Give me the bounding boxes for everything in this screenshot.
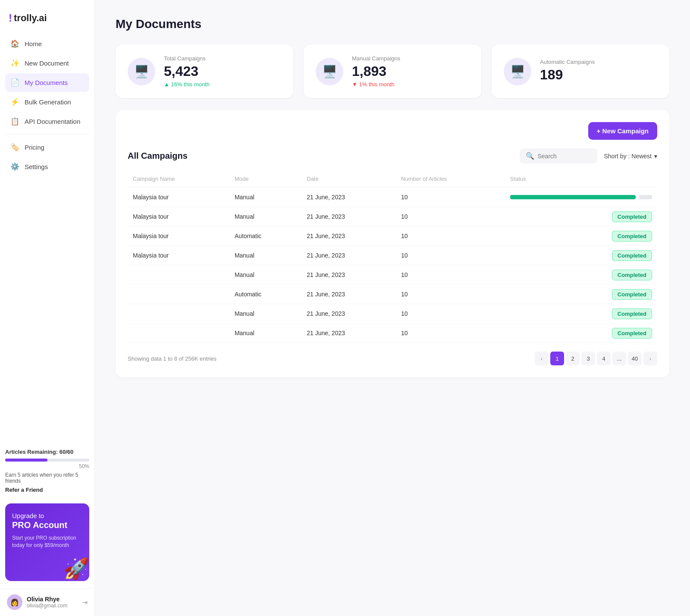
page-button-2[interactable]: 2 (566, 352, 580, 365)
table-row[interactable]: Malaysia tour Manual 21 June, 2023 10 Co… (128, 246, 657, 265)
pagination-row: Showing data 1 to 8 of 256K entries ‹123… (128, 352, 657, 365)
sidebar-item-pricing[interactable]: 🏷️Pricing (5, 138, 89, 157)
bulk-generation-icon: ⚡ (10, 97, 19, 107)
campaign-status: Completed (505, 246, 657, 265)
ellipsis-page[interactable]: ... (612, 352, 626, 365)
stat-change: ▼ 1% this month (352, 81, 400, 88)
sidebar-item-my-documents[interactable]: 📄My Documents (5, 73, 89, 92)
page-button-40[interactable]: 40 (628, 352, 642, 365)
table-row[interactable]: Manual 21 June, 2023 10 Completed (128, 304, 657, 324)
campaign-mode: Automatic (229, 285, 301, 304)
refer-link[interactable]: Refer a Friend (5, 487, 89, 493)
sort-label: Short by : Newest (604, 153, 652, 160)
logout-icon[interactable]: ⇥ (82, 598, 88, 607)
campaign-mode: Manual (229, 188, 301, 207)
campaign-mode: Manual (229, 324, 301, 343)
my-documents-icon: 📄 (10, 78, 19, 87)
pagination-controls: ‹1234...40› (535, 352, 657, 365)
monitor-icon: 🖥️ (322, 64, 337, 79)
user-info: Olivia Rhye olivia@gmail.com (27, 596, 78, 609)
campaign-status: Completed (505, 324, 657, 343)
status-badge: Completed (612, 308, 652, 319)
sidebar-item-home[interactable]: 🏠Home (5, 35, 89, 53)
campaigns-header: + New Campaign (128, 122, 657, 140)
sidebar-item-api-documentation[interactable]: 📋API Documentation (5, 112, 89, 131)
stat-value: 189 (540, 67, 595, 83)
campaign-name: Malaysia tour (128, 188, 229, 207)
campaign-date: 21 June, 2023 (301, 188, 396, 207)
page-button-3[interactable]: 3 (581, 352, 595, 365)
api-documentation-icon: 📋 (10, 117, 19, 126)
sidebar-divider (5, 134, 89, 135)
logo-bracket: ! (9, 12, 12, 24)
user-area[interactable]: 👩 Olivia Rhye olivia@gmail.com ⇥ (0, 588, 94, 616)
campaign-date: 21 June, 2023 (301, 285, 396, 304)
stat-icon-wrap: 🖥️ (128, 58, 155, 85)
search-input[interactable] (538, 153, 590, 160)
upgrade-card[interactable]: Upgrade to PRO Account Start your PRO su… (5, 503, 89, 581)
campaign-status: Completed (505, 226, 657, 246)
table-row[interactable]: Malaysia tour Automatic 21 June, 2023 10… (128, 226, 657, 246)
campaign-name: Malaysia tour (128, 207, 229, 226)
sidebar-item-settings[interactable]: ⚙️Settings (5, 157, 89, 176)
upgrade-pre-title: Upgrade to (12, 512, 82, 519)
table-row[interactable]: Malaysia tour Manual 21 June, 2023 10 (128, 188, 657, 207)
campaign-articles: 10 (396, 304, 505, 324)
campaign-name: Malaysia tour (128, 226, 229, 246)
table-row[interactable]: Manual 21 June, 2023 10 Completed (128, 324, 657, 343)
campaign-mode: Manual (229, 304, 301, 324)
upgrade-illustration: 🚀 (50, 542, 89, 581)
next-page-button[interactable]: › (643, 352, 657, 365)
table-row[interactable]: Malaysia tour Manual 21 June, 2023 10 Co… (128, 207, 657, 226)
stat-card-0: 🖥️ Total Campaigns 5,423 ▲ 16% this mont… (116, 45, 293, 98)
articles-section: Articles Remaining: 60/60 50% Earn 5 art… (0, 442, 94, 500)
campaigns-title: All Campaigns (128, 151, 188, 161)
progress-track (5, 459, 89, 462)
chevron-down-icon: ▾ (654, 153, 657, 160)
status-progress (510, 195, 652, 199)
table-head: Campaign NameModeDateNumber of ArticlesS… (128, 172, 657, 188)
campaign-date: 21 June, 2023 (301, 226, 396, 246)
campaign-mode: Automatic (229, 226, 301, 246)
campaign-status: Completed (505, 304, 657, 324)
progress-fill (5, 459, 47, 462)
logo[interactable]: ! trolly.ai (0, 0, 94, 35)
campaign-articles: 10 (396, 324, 505, 343)
pagination-info: Showing data 1 to 8 of 256K entries (128, 355, 216, 362)
table-row[interactable]: Automatic 21 June, 2023 10 Completed (128, 285, 657, 304)
sidebar-item-label: Pricing (25, 144, 44, 151)
stat-info: Manual Campaigns 1,893 ▼ 1% this month (352, 55, 400, 88)
page-button-1[interactable]: 1 (550, 352, 564, 365)
stat-label: Total Campaigns (164, 55, 210, 62)
status-badge: Completed (612, 270, 652, 280)
campaign-mode: Manual (229, 246, 301, 265)
progress-gray (639, 195, 652, 199)
monitor-icon: 🖥️ (510, 64, 525, 79)
stat-card-2: 🖥️ Automatic Campaigns 189 (492, 45, 669, 98)
campaign-date: 21 June, 2023 (301, 246, 396, 265)
monitor-icon: 🖥️ (134, 64, 149, 79)
search-wrap[interactable]: 🔍 (520, 148, 597, 163)
sidebar-item-new-document[interactable]: ✨New Document (5, 54, 89, 72)
campaign-date: 21 June, 2023 (301, 265, 396, 285)
status-badge: Completed (612, 328, 652, 339)
new-document-icon: ✨ (10, 59, 19, 68)
new-campaign-button[interactable]: + New Campaign (588, 122, 657, 140)
sidebar-item-bulk-generation[interactable]: ⚡Bulk Generation (5, 93, 89, 111)
col-header: Campaign Name (128, 172, 229, 188)
campaign-mode: Manual (229, 265, 301, 285)
prev-page-button[interactable]: ‹ (535, 352, 549, 365)
col-header: Number of Articles (396, 172, 505, 188)
settings-icon: ⚙️ (10, 162, 19, 171)
campaign-articles: 10 (396, 207, 505, 226)
campaign-articles: 10 (396, 285, 505, 304)
sort-button[interactable]: Short by : Newest ▾ (604, 153, 658, 160)
campaign-articles: 10 (396, 265, 505, 285)
campaign-name (128, 285, 229, 304)
table-row[interactable]: Manual 21 June, 2023 10 Completed (128, 265, 657, 285)
campaign-status (505, 188, 657, 207)
campaign-articles: 10 (396, 226, 505, 246)
sidebar-item-label: Home (25, 40, 42, 47)
page-button-4[interactable]: 4 (597, 352, 611, 365)
campaigns-toolbar: All Campaigns 🔍 Short by : Newest ▾ (128, 148, 657, 163)
